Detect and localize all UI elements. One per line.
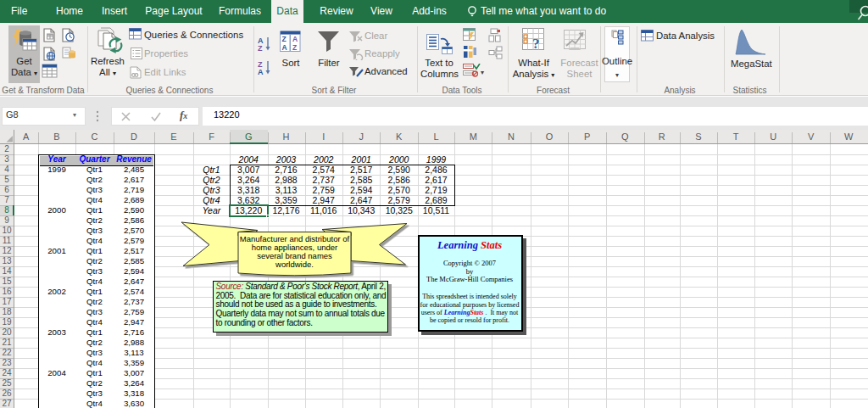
svg-text:A: A — [282, 43, 287, 52]
svg-text:?: ? — [532, 36, 540, 52]
svg-text:Z: Z — [292, 43, 297, 52]
svg-text:A: A — [292, 35, 298, 43]
svg-text:▾: ▾ — [481, 69, 484, 76]
svg-text:Z: Z — [282, 35, 287, 43]
svg-text:A: A — [258, 68, 264, 76]
svg-text:Z: Z — [258, 44, 263, 53]
